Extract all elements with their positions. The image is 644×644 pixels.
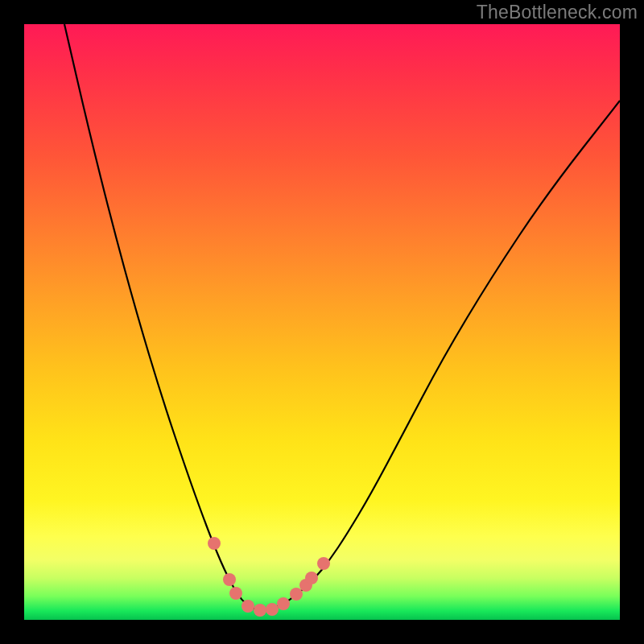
data-marker [290, 588, 303, 601]
data-marker [242, 600, 254, 613]
bottleneck-curve [64, 24, 620, 610]
data-marker [305, 572, 318, 584]
data-marker [229, 587, 242, 600]
data-marker [317, 557, 330, 570]
data-marker [254, 604, 266, 617]
watermark-text: TheBottleneck.com [477, 2, 638, 23]
curve-svg [24, 24, 620, 620]
chart-frame: TheBottleneck.com [0, 0, 644, 644]
data-marker [277, 597, 290, 610]
data-marker [223, 573, 236, 586]
data-marker [266, 603, 279, 616]
marker-group [208, 537, 330, 617]
data-marker [208, 537, 221, 550]
plot-area [24, 24, 620, 620]
